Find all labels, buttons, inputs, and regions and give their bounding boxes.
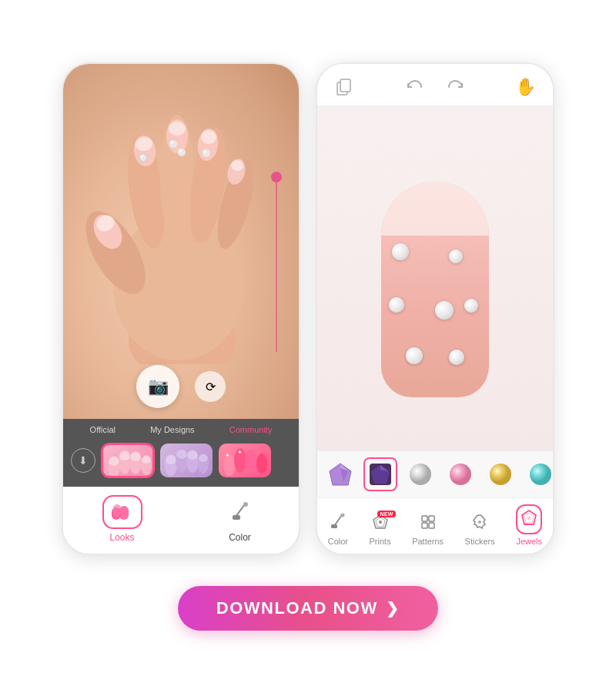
nav-looks[interactable]: Looks [102,495,142,543]
copy-button[interactable] [333,75,357,99]
rnav-color[interactable]: Color [328,514,348,546]
svg-point-39 [187,450,198,460]
color-nav-label: Color [328,537,348,546]
svg-point-41 [199,454,208,462]
gems-row [317,450,553,497]
svg-point-63 [410,464,431,485]
svg-line-67 [334,515,342,526]
hand-svg [63,64,299,364]
svg-point-27 [109,457,119,466]
svg-point-13 [140,155,143,158]
svg-text:✦: ✦ [225,452,230,459]
svg-point-37 [176,450,187,459]
pearl-5[interactable] [464,299,478,313]
prints-nav-label: Prints [370,537,391,546]
slider-dot[interactable] [271,172,282,182]
pearl-2[interactable] [449,249,463,263]
nav-color[interactable]: Color [220,495,260,543]
design-thumb-1[interactable] [102,444,154,477]
svg-rect-76 [429,523,434,528]
nail-preview [373,159,497,397]
download-label: DOWNLOAD NOW [216,598,378,618]
svg-point-19 [179,149,182,152]
design-thumb-3[interactable]: ✦ ✦ [219,444,271,477]
rnav-patterns[interactable]: Patterns [412,514,444,546]
phone-left: 📷 ⟳ Official My Designs Community ⬇ [62,62,300,555]
svg-point-45 [256,454,267,474]
design-tabs-bar: Official My Designs Community ⬇ [63,419,299,487]
left-bottom-nav: Looks Color [63,487,299,554]
svg-point-72 [379,521,382,524]
download-designs-button[interactable]: ⬇ [71,448,95,473]
svg-rect-73 [422,516,427,521]
svg-point-77 [478,521,481,524]
rnav-stickers[interactable]: Stickers [465,514,495,546]
camera-buttons: 📷 ⟳ [136,365,226,408]
redo-button[interactable] [444,75,469,99]
svg-rect-50 [113,504,121,517]
pearl-7[interactable] [449,350,464,365]
rnav-jewels[interactable]: Jewels [516,504,542,546]
patterns-nav-label: Patterns [412,537,444,546]
pearl-4[interactable] [435,301,454,320]
tab-community[interactable]: Community [229,425,273,434]
tab-official[interactable]: Official [90,425,116,434]
pearl-3[interactable] [389,297,404,313]
designs-row: ⬇ [63,439,299,484]
svg-point-22 [203,149,210,157]
svg-rect-52 [233,515,240,520]
pearl-1[interactable] [392,243,409,260]
download-now-button[interactable]: DOWNLOAD NOW ❯ [178,586,438,631]
stickers-nav-icon [471,514,488,534]
tab-my-designs[interactable]: My Designs [150,425,194,434]
svg-rect-55 [340,79,350,92]
nail-view-area [317,105,553,450]
svg-rect-75 [422,523,427,528]
right-toolbar: ✋ [317,64,553,105]
slider-line [276,182,277,352]
svg-point-35 [166,455,176,464]
gem-purple[interactable] [323,457,357,491]
right-bottom-nav: Color NEW Prints [317,497,553,554]
gem-teal[interactable] [524,457,553,491]
color-label: Color [229,532,251,543]
gem-dark-selected[interactable] [363,457,397,491]
svg-point-18 [178,149,186,156]
svg-point-15 [169,122,186,136]
download-arrow: ❯ [386,599,400,618]
color-icon-box [220,495,260,529]
undo-button[interactable] [401,75,426,99]
svg-point-17 [170,141,173,144]
gem-silver-pearl[interactable] [403,457,437,491]
svg-text:✦: ✦ [237,449,243,456]
pearl-6[interactable] [406,347,423,364]
svg-point-31 [130,452,141,461]
svg-point-29 [119,451,130,460]
looks-label: Looks [109,532,134,543]
design-thumb-2[interactable] [160,444,213,477]
new-badge-prints: NEW [377,511,395,517]
svg-rect-74 [429,516,434,521]
color-nav-icon [330,514,346,534]
phone-right: ✋ [316,62,554,555]
patterns-nav-icon [420,514,437,534]
svg-point-23 [203,150,206,153]
svg-point-53 [243,502,248,507]
svg-point-65 [490,464,511,485]
looks-icon-box [102,495,142,529]
camera-rotate-button[interactable]: ⟳ [195,371,226,402]
left-camera-view: 📷 ⟳ [63,64,299,419]
nail-tip [381,182,489,236]
jewels-nav-icon [516,504,542,534]
svg-point-12 [139,154,147,162]
svg-point-44 [245,450,257,473]
svg-line-51 [236,504,245,517]
svg-point-64 [450,464,471,485]
stickers-nav-label: Stickers [465,537,495,546]
gem-pink-pearl[interactable] [444,457,477,491]
hand-mode-button[interactable]: ✋ [513,75,537,99]
gem-gold-pearl[interactable] [484,457,517,491]
tab-labels-row: Official My Designs Community [63,425,299,439]
camera-capture-button[interactable]: 📷 [136,365,179,408]
rnav-prints[interactable]: NEW Prints [370,514,391,546]
